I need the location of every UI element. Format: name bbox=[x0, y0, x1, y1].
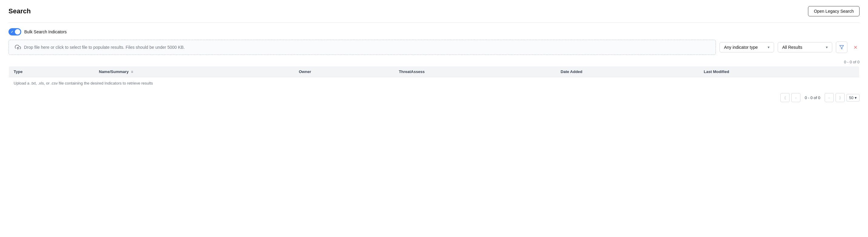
next-page-button[interactable]: › bbox=[825, 93, 834, 102]
bulk-search-toggle[interactable]: ✓ bbox=[8, 28, 21, 35]
table-header-row: Type Name/Summary ≡ Owner ThreatAssess D… bbox=[9, 66, 860, 77]
last-page-button[interactable]: ⟫ bbox=[836, 93, 845, 102]
clear-icon: ✕ bbox=[854, 45, 858, 50]
top-pagination-count: 0 - 0 of 0 bbox=[8, 60, 860, 64]
results-filter-chevron-icon: ▾ bbox=[826, 45, 828, 50]
bulk-search-label: Bulk Search Indicators bbox=[24, 29, 67, 34]
indicator-type-dropdown[interactable]: Any indicator type ▾ bbox=[719, 42, 774, 53]
col-name[interactable]: Name/Summary ≡ bbox=[94, 66, 294, 77]
empty-state-message: Upload a .txt, .xls, or .csv file contai… bbox=[9, 77, 860, 89]
name-sort-icon: ≡ bbox=[131, 70, 133, 74]
col-type: Type bbox=[9, 66, 94, 77]
upload-filters-row: Drop file here or click to select file t… bbox=[8, 40, 860, 55]
clear-filters-button[interactable]: ✕ bbox=[851, 43, 860, 52]
page-container: Search Open Legacy Search ✓ Bulk Search … bbox=[0, 0, 868, 237]
results-filter-dropdown[interactable]: All Results ▾ bbox=[778, 42, 832, 53]
upload-placeholder-text: Drop file here or click to select file t… bbox=[24, 45, 185, 50]
open-legacy-search-button[interactable]: Open Legacy Search bbox=[808, 6, 860, 17]
first-page-button[interactable]: ⟪ bbox=[780, 93, 789, 102]
bottom-pagination: ⟪ ‹ 0 - 0 of 0 › ⟫ 50 ▾ bbox=[8, 93, 860, 102]
bulk-search-row: ✓ Bulk Search Indicators bbox=[8, 28, 860, 35]
table-header: Type Name/Summary ≡ Owner ThreatAssess D… bbox=[9, 66, 860, 77]
svg-marker-1 bbox=[839, 46, 843, 49]
col-last-modified: Last Modified bbox=[699, 66, 859, 77]
col-owner: Owner bbox=[294, 66, 394, 77]
table-body: Upload a .txt, .xls, or .csv file contai… bbox=[9, 77, 860, 89]
prev-page-button[interactable]: ‹ bbox=[791, 93, 800, 102]
results-table: Type Name/Summary ≡ Owner ThreatAssess D… bbox=[8, 66, 860, 89]
filter-button[interactable] bbox=[836, 41, 847, 53]
per-page-value: 50 bbox=[849, 95, 854, 100]
per-page-selector[interactable]: 50 ▾ bbox=[846, 94, 860, 101]
toggle-check-icon: ✓ bbox=[10, 30, 13, 34]
indicator-type-chevron-icon: ▾ bbox=[768, 45, 770, 50]
bottom-pagination-count: 0 - 0 of 0 bbox=[802, 95, 823, 100]
indicator-type-label: Any indicator type bbox=[724, 45, 758, 50]
file-upload-area[interactable]: Drop file here or click to select file t… bbox=[8, 40, 716, 55]
col-threat-assess: ThreatAssess bbox=[394, 66, 556, 77]
page-header: Search Open Legacy Search bbox=[8, 6, 860, 17]
upload-icon bbox=[15, 44, 21, 50]
per-page-chevron-icon: ▾ bbox=[855, 95, 857, 100]
empty-state-row: Upload a .txt, .xls, or .csv file contai… bbox=[9, 77, 860, 89]
page-title: Search bbox=[8, 7, 31, 15]
filter-icon bbox=[839, 45, 844, 50]
col-date-added: Date Added bbox=[556, 66, 699, 77]
results-filter-label: All Results bbox=[782, 45, 802, 50]
